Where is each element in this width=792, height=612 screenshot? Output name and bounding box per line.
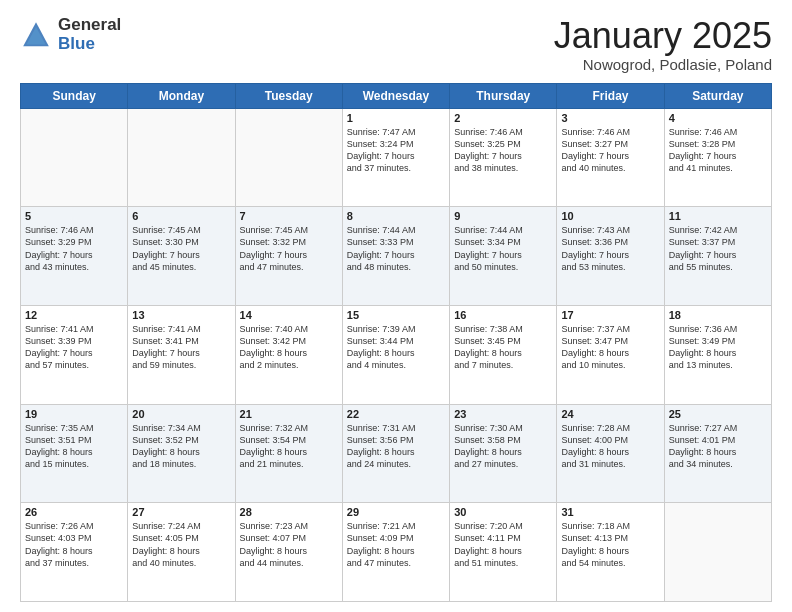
table-row: 11Sunrise: 7:42 AMSunset: 3:37 PMDayligh… [664, 207, 771, 306]
logo-text: General Blue [58, 16, 121, 53]
day-detail: Sunrise: 7:40 AM [240, 323, 338, 335]
table-row [128, 108, 235, 207]
day-number: 17 [561, 309, 659, 321]
day-number: 26 [25, 506, 123, 518]
day-detail: Daylight: 8 hours [561, 545, 659, 557]
calendar-week-row: 12Sunrise: 7:41 AMSunset: 3:39 PMDayligh… [21, 305, 772, 404]
calendar-table: Sunday Monday Tuesday Wednesday Thursday… [20, 83, 772, 602]
day-detail: Sunset: 3:34 PM [454, 236, 552, 248]
day-detail: and 40 minutes. [132, 557, 230, 569]
day-detail: Sunset: 3:47 PM [561, 335, 659, 347]
day-number: 9 [454, 210, 552, 222]
day-detail: Daylight: 8 hours [25, 545, 123, 557]
title-block: January 2025 Nowogrod, Podlasie, Poland [554, 16, 772, 73]
day-detail: Sunrise: 7:18 AM [561, 520, 659, 532]
day-number: 11 [669, 210, 767, 222]
header-friday: Friday [557, 83, 664, 108]
day-detail: and 37 minutes. [25, 557, 123, 569]
day-detail: and 21 minutes. [240, 458, 338, 470]
day-detail: Sunrise: 7:26 AM [25, 520, 123, 532]
day-detail: Sunrise: 7:30 AM [454, 422, 552, 434]
day-number: 22 [347, 408, 445, 420]
table-row: 30Sunrise: 7:20 AMSunset: 4:11 PMDayligh… [450, 503, 557, 602]
table-row: 5Sunrise: 7:46 AMSunset: 3:29 PMDaylight… [21, 207, 128, 306]
day-number: 18 [669, 309, 767, 321]
day-detail: Sunset: 3:33 PM [347, 236, 445, 248]
table-row: 22Sunrise: 7:31 AMSunset: 3:56 PMDayligh… [342, 404, 449, 503]
table-row [235, 108, 342, 207]
day-detail: Daylight: 7 hours [669, 150, 767, 162]
day-detail: Daylight: 7 hours [25, 249, 123, 261]
day-detail: Sunrise: 7:28 AM [561, 422, 659, 434]
day-detail: Sunrise: 7:45 AM [132, 224, 230, 236]
day-detail: Sunset: 3:42 PM [240, 335, 338, 347]
day-detail: Daylight: 8 hours [669, 347, 767, 359]
table-row: 19Sunrise: 7:35 AMSunset: 3:51 PMDayligh… [21, 404, 128, 503]
table-row: 4Sunrise: 7:46 AMSunset: 3:28 PMDaylight… [664, 108, 771, 207]
day-number: 29 [347, 506, 445, 518]
table-row: 2Sunrise: 7:46 AMSunset: 3:25 PMDaylight… [450, 108, 557, 207]
day-detail: and 40 minutes. [561, 162, 659, 174]
header-saturday: Saturday [664, 83, 771, 108]
table-row: 29Sunrise: 7:21 AMSunset: 4:09 PMDayligh… [342, 503, 449, 602]
day-detail: Daylight: 8 hours [454, 545, 552, 557]
day-number: 8 [347, 210, 445, 222]
day-detail: Sunrise: 7:21 AM [347, 520, 445, 532]
day-detail: Sunset: 3:49 PM [669, 335, 767, 347]
table-row: 10Sunrise: 7:43 AMSunset: 3:36 PMDayligh… [557, 207, 664, 306]
title-location: Nowogrod, Podlasie, Poland [554, 56, 772, 73]
day-detail: Sunrise: 7:39 AM [347, 323, 445, 335]
table-row: 16Sunrise: 7:38 AMSunset: 3:45 PMDayligh… [450, 305, 557, 404]
calendar-week-row: 1Sunrise: 7:47 AMSunset: 3:24 PMDaylight… [21, 108, 772, 207]
day-detail: Daylight: 7 hours [561, 150, 659, 162]
day-detail: Sunset: 3:27 PM [561, 138, 659, 150]
day-detail: and 37 minutes. [347, 162, 445, 174]
day-detail: Sunrise: 7:46 AM [454, 126, 552, 138]
header-monday: Monday [128, 83, 235, 108]
table-row: 1Sunrise: 7:47 AMSunset: 3:24 PMDaylight… [342, 108, 449, 207]
header-tuesday: Tuesday [235, 83, 342, 108]
title-month: January 2025 [554, 16, 772, 56]
day-number: 20 [132, 408, 230, 420]
table-row: 27Sunrise: 7:24 AMSunset: 4:05 PMDayligh… [128, 503, 235, 602]
day-detail: Daylight: 8 hours [454, 446, 552, 458]
day-number: 10 [561, 210, 659, 222]
day-detail: Sunset: 4:03 PM [25, 532, 123, 544]
day-detail: and 18 minutes. [132, 458, 230, 470]
day-detail: Daylight: 7 hours [240, 249, 338, 261]
day-detail: and 31 minutes. [561, 458, 659, 470]
day-number: 30 [454, 506, 552, 518]
day-number: 5 [25, 210, 123, 222]
day-detail: Sunrise: 7:47 AM [347, 126, 445, 138]
day-number: 23 [454, 408, 552, 420]
day-number: 4 [669, 112, 767, 124]
day-detail: Sunrise: 7:46 AM [561, 126, 659, 138]
day-detail: Daylight: 7 hours [669, 249, 767, 261]
table-row: 9Sunrise: 7:44 AMSunset: 3:34 PMDaylight… [450, 207, 557, 306]
day-detail: and 4 minutes. [347, 359, 445, 371]
day-detail: Sunrise: 7:34 AM [132, 422, 230, 434]
day-detail: Sunset: 3:58 PM [454, 434, 552, 446]
day-detail: Sunset: 3:28 PM [669, 138, 767, 150]
table-row: 23Sunrise: 7:30 AMSunset: 3:58 PMDayligh… [450, 404, 557, 503]
day-detail: and 53 minutes. [561, 261, 659, 273]
day-number: 19 [25, 408, 123, 420]
day-detail: Daylight: 7 hours [132, 347, 230, 359]
day-detail: and 54 minutes. [561, 557, 659, 569]
day-detail: Daylight: 7 hours [347, 150, 445, 162]
header-thursday: Thursday [450, 83, 557, 108]
day-number: 14 [240, 309, 338, 321]
day-detail: Sunrise: 7:43 AM [561, 224, 659, 236]
table-row: 25Sunrise: 7:27 AMSunset: 4:01 PMDayligh… [664, 404, 771, 503]
day-detail: and 24 minutes. [347, 458, 445, 470]
day-number: 25 [669, 408, 767, 420]
day-detail: and 55 minutes. [669, 261, 767, 273]
day-detail: Daylight: 8 hours [25, 446, 123, 458]
day-detail: Sunrise: 7:36 AM [669, 323, 767, 335]
day-detail: Daylight: 7 hours [25, 347, 123, 359]
day-detail: and 7 minutes. [454, 359, 552, 371]
table-row: 15Sunrise: 7:39 AMSunset: 3:44 PMDayligh… [342, 305, 449, 404]
day-detail: Sunset: 4:00 PM [561, 434, 659, 446]
weekday-header-row: Sunday Monday Tuesday Wednesday Thursday… [21, 83, 772, 108]
header-sunday: Sunday [21, 83, 128, 108]
